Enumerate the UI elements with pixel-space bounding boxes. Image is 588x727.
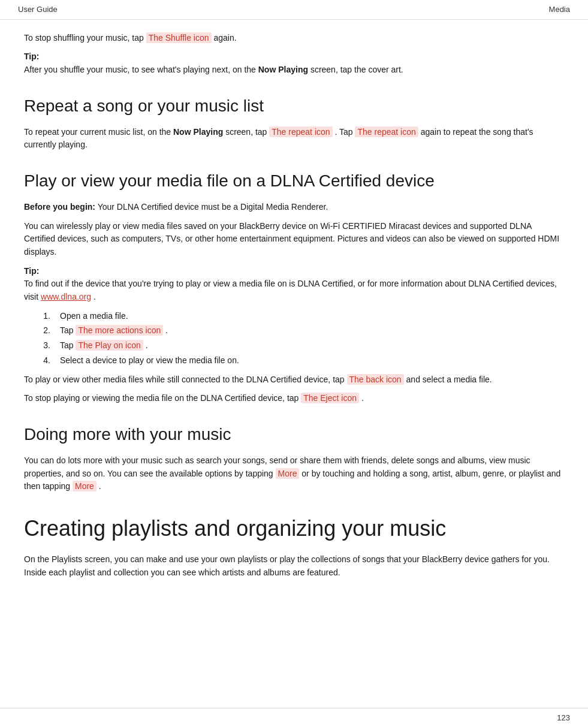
tip1-bold: Now Playing: [258, 65, 308, 74]
step-1: 1. Open a media file.: [24, 310, 564, 323]
header-right: Media: [549, 4, 570, 16]
creating-para: On the Playlists screen, you can make an…: [24, 553, 564, 579]
doing-more-heading: Doing more with your music: [24, 422, 564, 447]
repeat-para-bold: Now Playing: [173, 127, 223, 137]
shuffle-again-text: again.: [213, 33, 236, 43]
doing-more-para: You can do lots more with your music suc…: [24, 454, 564, 493]
dlna-stop-end: .: [361, 393, 364, 403]
step-4-text: Select a device to play or view the medi…: [60, 354, 239, 367]
dlna-connected-end: and select a media file.: [406, 375, 492, 384]
dlna-para1: You can wirelessly play or view media fi…: [24, 220, 564, 259]
dlna-stop-start: To stop playing or viewing the media fil…: [24, 393, 298, 403]
tip1-para: Tip: After you shuffle your music, to se…: [24, 50, 564, 76]
steps-list: 1. Open a media file. 2. Tap The more ac…: [24, 310, 564, 367]
more-actions-icon-label: The more actions icon: [76, 325, 163, 336]
header-left: User Guide: [18, 4, 58, 16]
page-number: 123: [557, 712, 570, 724]
dlna-before-para: Before you begin: Your DLNA Certified de…: [24, 201, 564, 214]
dlna-section-heading: Play or view your media file on a DLNA C…: [24, 168, 564, 194]
page-container: User Guide Media To stop shuffling your …: [0, 0, 588, 727]
repeat-icon2-label: The repeat icon: [355, 126, 418, 137]
step-3: 3. Tap The Play on icon .: [24, 339, 564, 352]
repeat-para: To repeat your current music list, on th…: [24, 126, 564, 152]
repeat-section-heading: Repeat a song or your music list: [24, 93, 564, 119]
shuffle-icon-label: The Shuffle icon: [146, 32, 212, 43]
dlna-connected-start: To play or view other media files while …: [24, 375, 345, 384]
step-1-text: Open a media file.: [60, 310, 128, 323]
back-icon-label: The back icon: [347, 374, 404, 385]
step-2-number: 2.: [29, 324, 50, 337]
step-4-number: 4.: [29, 354, 50, 367]
step-3-number: 3.: [29, 339, 50, 352]
step-3-text: Tap The Play on icon .: [60, 339, 148, 352]
repeat-icon1-label: The repeat icon: [269, 126, 332, 137]
tip1-text: After you shuffle your music, to see wha…: [24, 65, 256, 74]
tip2-text-start: To find out if the device that you're tr…: [24, 279, 557, 301]
dlna-connected-para: To play or view other media files while …: [24, 373, 564, 387]
more2-label: More: [73, 481, 97, 491]
repeat-para-tap: . Tap: [334, 127, 352, 137]
step-2-text: Tap The more actions icon .: [60, 324, 168, 337]
content-area: To stop shuffling your music, tap The Sh…: [0, 20, 588, 610]
tip2-label: Tip:: [24, 266, 39, 276]
more1-label: More: [276, 468, 300, 479]
dlna-before-bold: Before you begin:: [24, 202, 95, 212]
footer-bar: 123: [0, 708, 588, 728]
tip2-text-end: .: [94, 292, 96, 301]
tip1-label: Tip:: [24, 52, 39, 61]
play-on-icon-label: The Play on icon: [76, 340, 143, 351]
shuffle-stop-para: To stop shuffling your music, tap The Sh…: [24, 32, 564, 45]
tip2-link[interactable]: www.dlna.org: [41, 292, 91, 301]
step-2: 2. Tap The more actions icon .: [24, 324, 564, 337]
shuffle-stop-text: To stop shuffling your music, tap: [24, 33, 144, 43]
eject-icon-label: The Eject icon: [301, 393, 359, 403]
step-4: 4. Select a device to play or view the m…: [24, 354, 564, 367]
step-1-number: 1.: [29, 310, 50, 323]
dlna-before-text: Your DLNA Certified device must be a Dig…: [98, 202, 328, 212]
creating-section-heading: Creating playlists and organizing your m…: [24, 512, 564, 545]
tip1-text2: screen, tap the cover art.: [310, 65, 403, 74]
repeat-para-start: To repeat your current music list, on th…: [24, 127, 171, 137]
repeat-para-mid: screen, tap: [225, 127, 267, 137]
tip2-para: Tip: To find out if the device that you'…: [24, 265, 564, 304]
doing-more-para-end: .: [99, 481, 101, 491]
header-bar: User Guide Media: [0, 0, 588, 20]
dlna-stop-para: To stop playing or viewing the media fil…: [24, 392, 564, 405]
